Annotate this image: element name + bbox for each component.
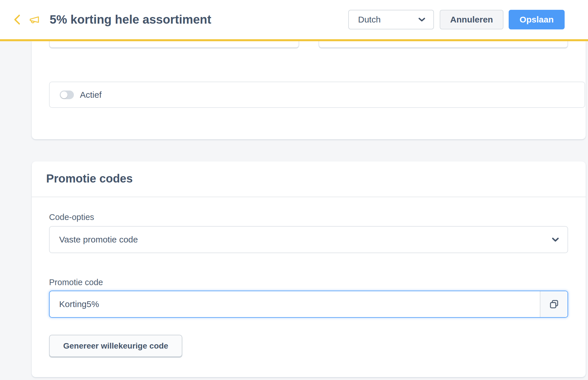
megaphone-icon [28,13,41,26]
active-toggle-label: Actief [80,90,102,100]
active-toggle[interactable] [60,91,74,99]
chevron-down-icon [552,237,559,242]
clipped-input-right[interactable] [319,41,568,48]
promo-code-input-group [49,291,568,318]
generate-random-code-button[interactable]: Genereer willekeurige code [49,335,182,357]
toggle-knob [61,91,68,98]
generate-random-code-label: Genereer willekeurige code [63,341,168,350]
page-title: 5% korting hele assortiment [50,13,211,27]
cancel-button-label: Annuleren [450,15,493,25]
promo-codes-card: Promotie codes Code-opties Vaste promoti… [32,161,586,377]
code-options-label: Code-opties [49,212,568,222]
promo-code-label: Promotie code [49,277,568,287]
language-select-value: Dutch [358,15,381,25]
copy-code-button[interactable] [540,291,568,317]
app-header: 5% korting hele assortiment Dutch Annule… [0,0,588,41]
back-button[interactable] [11,13,24,26]
promo-card-header: Promotie codes [32,161,586,197]
language-select[interactable]: Dutch [348,10,434,29]
code-options-select-value: Vaste promotie code [59,235,138,244]
code-options-select[interactable]: Vaste promotie code [49,226,568,253]
promo-card-body: Code-opties Vaste promotie code Promotie… [32,212,586,357]
copy-icon [549,299,559,309]
active-toggle-row: Actief [49,82,585,108]
save-button[interactable]: Opslaan [509,10,565,29]
chevron-left-icon [13,14,22,25]
clipped-input-left[interactable] [49,41,299,48]
cancel-button[interactable]: Annuleren [440,10,503,29]
settings-card: Actief [32,41,586,139]
save-button-label: Opslaan [520,15,554,25]
promo-code-input[interactable] [50,291,540,317]
promo-card-title: Promotie codes [46,172,133,185]
chevron-down-icon [418,18,425,22]
